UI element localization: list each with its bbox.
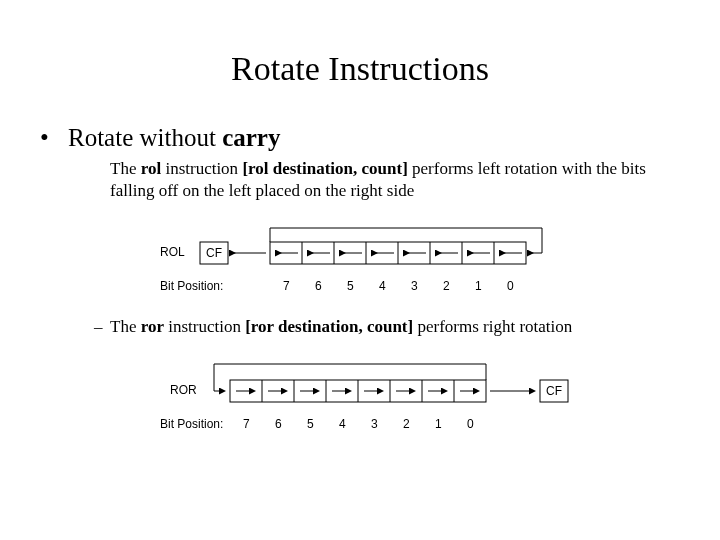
bit-7: 7 (283, 279, 290, 293)
bit-0: 0 (507, 279, 514, 293)
bit-6: 6 (315, 279, 322, 293)
bit-1: 1 (475, 279, 482, 293)
r-bit-2: 2 (403, 417, 410, 431)
bullet-bold: carry (222, 124, 280, 151)
bullet-lead: Rotate without (68, 124, 222, 151)
rol-keyword: rol (141, 159, 161, 178)
rol-label: ROL (160, 245, 185, 259)
slide-title: Rotate Instructions (40, 50, 680, 88)
cf-label-rol: CF (206, 246, 222, 260)
rol-mid: instruction (161, 159, 242, 178)
ror-diagram-svg: ROR CF (40, 350, 660, 442)
bullet-marker: • (40, 125, 68, 150)
r-bit-1: 1 (435, 417, 442, 431)
ror-description: – The ror instruction [ror destination, … (94, 316, 650, 338)
rol-diagram: ROL CF (40, 214, 680, 306)
ror-pre: The (110, 317, 141, 336)
slide: Rotate Instructions • Rotate without car… (0, 0, 720, 540)
ror-syntax: [ror destination, count] (245, 317, 413, 336)
ror-diagram: ROR CF (40, 350, 680, 442)
ror-post: performs right rotation (413, 317, 572, 336)
ror-keyword: ror (141, 317, 164, 336)
rol-description: The rol instruction [rol destination, co… (110, 158, 650, 202)
bit-2: 2 (443, 279, 450, 293)
cf-label-ror: CF (546, 384, 562, 398)
rol-pre: The (110, 159, 141, 178)
bitpos-label-ror: Bit Position: (160, 417, 223, 431)
r-bit-6: 6 (275, 417, 282, 431)
bullet-text: Rotate without carry (68, 124, 280, 152)
bitpos-label-rol: Bit Position: (160, 279, 223, 293)
r-bit-7: 7 (243, 417, 250, 431)
bullet-rotate-without-carry: • Rotate without carry (40, 124, 680, 152)
ror-label: ROR (170, 383, 197, 397)
bit-4: 4 (379, 279, 386, 293)
ror-text: The ror instruction [ror destination, co… (110, 316, 572, 338)
r-bit-0: 0 (467, 417, 474, 431)
ror-mid: instruction (164, 317, 245, 336)
r-bit-4: 4 (339, 417, 346, 431)
sub-bullet-marker: – (94, 316, 110, 338)
bit-3: 3 (411, 279, 418, 293)
bit-5: 5 (347, 279, 354, 293)
r-bit-3: 3 (371, 417, 378, 431)
rol-syntax: [rol destination, count] (242, 159, 407, 178)
rol-diagram-svg: ROL CF (40, 214, 600, 306)
r-bit-5: 5 (307, 417, 314, 431)
